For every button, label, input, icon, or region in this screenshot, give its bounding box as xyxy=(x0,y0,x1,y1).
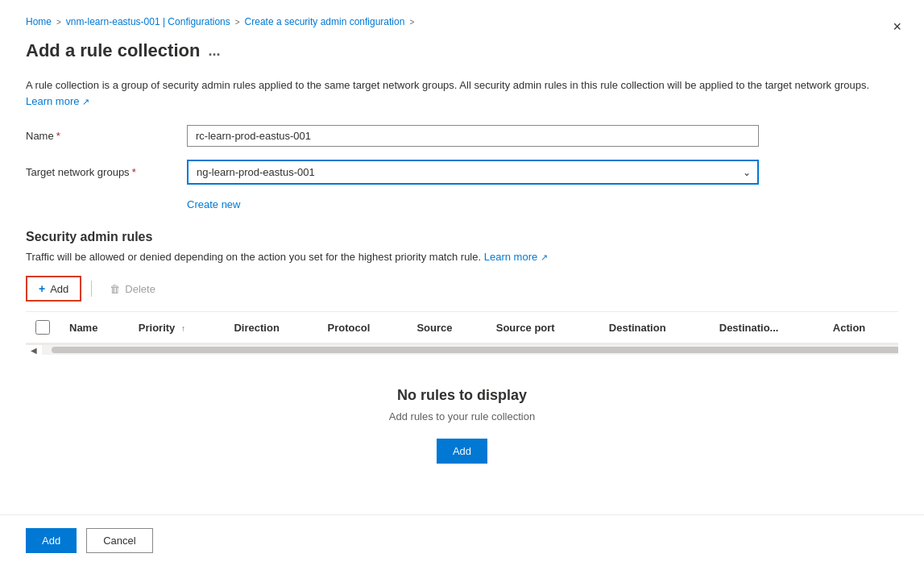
title-ellipsis[interactable]: ... xyxy=(208,43,220,60)
col-action: Action xyxy=(823,312,898,343)
col-name: Name xyxy=(60,312,129,343)
target-form-group: Target network groups * ng-learn-prod-ea… xyxy=(26,160,898,185)
target-required: * xyxy=(132,166,136,178)
close-button[interactable]: × xyxy=(889,16,905,37)
section-description: Traffic will be allowed or denied depend… xyxy=(26,251,898,263)
scrollbar-thumb[interactable] xyxy=(52,347,898,353)
col-destination-port: Destinatio... xyxy=(710,312,823,343)
breadcrumb: Home > vnm-learn-eastus-001 | Configurat… xyxy=(26,16,898,27)
add-button-label: Add xyxy=(50,283,68,295)
empty-state-title: No rules to display xyxy=(397,387,527,404)
footer-cancel-button[interactable]: Cancel xyxy=(86,528,152,553)
empty-state: No rules to display Add rules to your ru… xyxy=(26,355,898,496)
page-description: A rule collection is a group of security… xyxy=(26,77,880,109)
section-learn-more[interactable]: Learn more ↗ xyxy=(484,251,548,263)
target-label: Target network groups * xyxy=(26,166,187,178)
empty-add-button[interactable]: Add xyxy=(437,439,487,464)
select-all-cell xyxy=(26,312,60,343)
name-input[interactable]: rc-learn-prod-eastus-001 xyxy=(187,125,759,147)
breadcrumb-sep-2: > xyxy=(235,18,240,27)
col-source-port: Source port xyxy=(487,312,599,343)
col-destination: Destination xyxy=(599,312,710,343)
col-direction: Direction xyxy=(224,312,317,343)
sort-icon: ↑ xyxy=(181,324,185,333)
breadcrumb-configurations[interactable]: vnm-learn-eastus-001 | Configurations xyxy=(66,16,230,27)
name-required: * xyxy=(56,130,60,142)
breadcrumb-home[interactable]: Home xyxy=(26,16,52,27)
delete-button[interactable]: 🗑 Delete xyxy=(102,278,164,300)
description-learn-more[interactable]: Learn more ↗ xyxy=(26,95,89,107)
page-title-row: Add a rule collection ... xyxy=(26,40,898,61)
breadcrumb-create[interactable]: Create a security admin configuration xyxy=(245,16,405,27)
create-new-link[interactable]: Create new xyxy=(187,198,240,210)
page-title: Add a rule collection xyxy=(26,40,200,61)
section-title: Security admin rules xyxy=(26,230,898,244)
footer: Add Cancel xyxy=(0,514,924,566)
col-protocol: Protocol xyxy=(318,312,408,343)
table-header-row: Name Priority ↑ Direction Protocol Sourc… xyxy=(26,312,898,343)
name-form-group: Name * rc-learn-prod-eastus-001 xyxy=(26,125,898,147)
target-dropdown[interactable]: ng-learn-prod-eastus-001 xyxy=(187,160,759,185)
delete-icon: 🗑 xyxy=(110,283,120,295)
footer-add-button[interactable]: Add xyxy=(26,528,77,553)
breadcrumb-sep-3: > xyxy=(409,18,414,27)
toolbar-divider xyxy=(91,281,92,297)
select-all-checkbox[interactable] xyxy=(35,320,50,335)
rules-table-container: Name Priority ↑ Direction Protocol Sourc… xyxy=(26,311,898,496)
col-priority[interactable]: Priority ↑ xyxy=(129,312,225,343)
target-dropdown-wrapper: ng-learn-prod-eastus-001 ⌄ xyxy=(187,160,759,185)
table-toolbar: + Add 🗑 Delete xyxy=(26,276,898,302)
scrollbar-track xyxy=(42,345,898,355)
plus-icon: + xyxy=(39,282,45,295)
empty-state-description: Add rules to your rule collection xyxy=(389,410,535,422)
name-label: Name * xyxy=(26,130,187,142)
rules-table: Name Priority ↑ Direction Protocol Sourc… xyxy=(26,312,898,344)
delete-label: Delete xyxy=(125,283,155,295)
add-rule-button[interactable]: + Add xyxy=(26,276,81,302)
scroll-left-arrow[interactable]: ◀ xyxy=(26,345,42,355)
breadcrumb-sep-1: > xyxy=(56,18,61,27)
horizontal-scrollbar[interactable]: ◀ ▶ xyxy=(26,344,898,355)
col-source: Source xyxy=(407,312,486,343)
